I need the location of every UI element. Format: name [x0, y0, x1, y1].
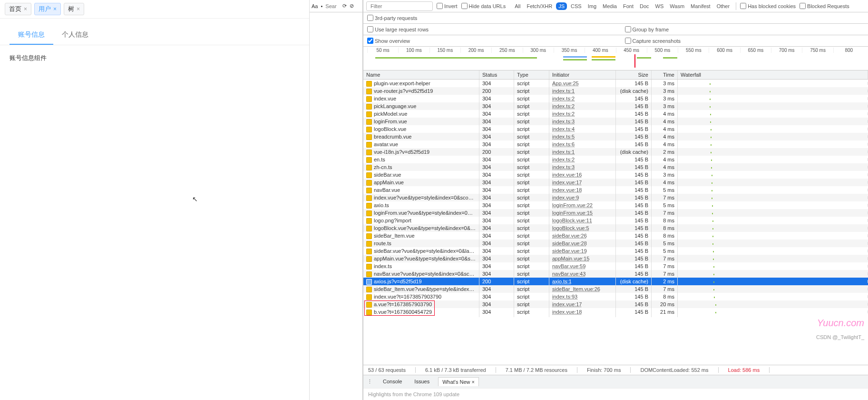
network-toolbar-4: Show overview Capture screenshots	[363, 35, 868, 47]
content-body: 账号信息组件	[0, 45, 309, 71]
col-size[interactable]: Size	[616, 70, 652, 79]
group-frame-checkbox[interactable]: Group by frame	[625, 26, 669, 32]
page-tab[interactable]: 树×	[64, 3, 84, 15]
page-tabs: 首页×用户×树×	[0, 0, 309, 19]
close-icon[interactable]: ×	[53, 6, 57, 12]
status-dom: DOMContentLoaded: 552 ms	[640, 367, 718, 373]
page-tab[interactable]: 首页×	[5, 3, 31, 15]
status-bar: 53 / 63 requests 6.1 kB / 7.3 kB transfe…	[363, 365, 868, 375]
search-input[interactable]	[325, 3, 340, 9]
col-name[interactable]: Name	[363, 70, 479, 79]
timeline-overview[interactable]: 50 ms100 ms150 ms200 ms250 ms300 ms350 m…	[363, 47, 868, 70]
capture-screenshots-checkbox[interactable]: Capture screenshots	[625, 38, 681, 44]
type-filter-ws[interactable]: WS	[653, 2, 666, 10]
close-icon[interactable]: ×	[24, 6, 27, 12]
type-filter-media[interactable]: Media	[600, 2, 619, 10]
invert-checkbox[interactable]: Invert	[437, 3, 458, 9]
col-waterfall[interactable]: Waterfall	[678, 70, 868, 79]
page-tab[interactable]: 用户×	[34, 3, 61, 15]
status-load: Load: 586 ms	[728, 367, 770, 373]
content-tab[interactable]: 个人信息	[53, 26, 97, 45]
close-icon[interactable]: ×	[472, 379, 475, 385]
drawer-menu-icon[interactable]: ⋮	[367, 379, 372, 385]
type-filter-fetch/xhr[interactable]: Fetch/XHR	[524, 2, 555, 10]
blocked-cookies-checkbox[interactable]: Has blocked cookies	[740, 3, 796, 9]
status-transferred: 6.1 kB / 7.3 kB transferred	[425, 367, 496, 373]
app-panel: 首页×用户×树× 账号信息个人信息 账号信息组件 ↖	[0, 0, 310, 400]
drawer-tab[interactable]: Console	[379, 377, 406, 386]
type-filter-img[interactable]: Img	[585, 2, 599, 10]
clear-icon[interactable]: ⊘	[350, 3, 354, 9]
status-requests: 53 / 63 requests	[368, 367, 416, 373]
type-filter-manifest[interactable]: Manifest	[688, 2, 713, 10]
text-size-icon[interactable]: Aa	[312, 3, 318, 9]
refresh-icon[interactable]: ⟳	[342, 3, 347, 9]
network-toolbar-3: Use large request rows Group by frame	[363, 24, 868, 35]
type-filter-js[interactable]: JS	[556, 2, 567, 10]
close-icon[interactable]: ×	[77, 6, 80, 12]
drawer-tab[interactable]: What's New ×	[438, 377, 479, 386]
network-toolbar-2: 3rd-party requests	[363, 12, 868, 24]
table-row[interactable]: b.vue?t=1673600454729304scriptindex.vue:…	[363, 308, 868, 316]
status-resources: 7.1 MB / 7.2 MB resources	[506, 367, 577, 373]
blocked-requests-checkbox[interactable]: Blocked Requests	[800, 3, 849, 9]
drawer-tab[interactable]: Issues	[410, 377, 433, 386]
col-type[interactable]: Type	[514, 70, 549, 79]
file-icon	[366, 310, 372, 315]
timeline-ticks: 50 ms100 ms150 ms200 ms250 ms300 ms350 m…	[367, 48, 864, 53]
type-filter-all[interactable]: All	[512, 2, 523, 10]
filter-box[interactable]	[366, 1, 433, 11]
watermark: Yuucn.com	[817, 318, 864, 329]
hide-data-urls-checkbox[interactable]: Hide data URLs	[461, 3, 506, 9]
content-tabs: 账号信息个人信息	[0, 19, 309, 45]
dot-icon: •	[321, 3, 322, 9]
col-status[interactable]: Status	[479, 70, 514, 79]
watermark-author: CSDN @_TwilightT_	[816, 334, 864, 340]
devtools-network: Invert Hide data URLs AllFetch/XHRJSCSSI…	[363, 0, 868, 400]
resource-type-filter: AllFetch/XHRJSCSSImgMediaFontDocWSWasmMa…	[512, 2, 732, 10]
large-rows-checkbox[interactable]: Use large request rows	[367, 26, 429, 32]
type-filter-css[interactable]: CSS	[568, 2, 584, 10]
show-overview-checkbox[interactable]: Show overview	[367, 38, 410, 44]
col-initiator[interactable]: Initiator	[549, 70, 616, 79]
network-rows: plugin-vue:export-helper304scriptApp.vue…	[363, 80, 868, 365]
drawer-tabs: ⋮ ConsoleIssuesWhat's New ×	[363, 375, 868, 388]
type-filter-other[interactable]: Other	[714, 2, 732, 10]
type-filter-wasm[interactable]: Wasm	[667, 2, 687, 10]
type-filter-doc[interactable]: Doc	[637, 2, 652, 10]
drawer-content: Highlights from the Chrome 109 update	[363, 388, 868, 400]
devtools-left-strip: Aa • ⟳ ⊘	[310, 0, 363, 400]
status-finish: Finish: 700 ms	[587, 367, 631, 373]
third-party-checkbox[interactable]: 3rd-party requests	[367, 15, 417, 21]
content-tab[interactable]: 账号信息	[10, 26, 53, 45]
cursor-icon: ↖	[192, 195, 198, 203]
col-time[interactable]: Time	[652, 70, 678, 79]
network-table-header: Name Status Type Initiator Size Time Wat…	[363, 70, 868, 80]
network-toolbar: Invert Hide data URLs AllFetch/XHRJSCSSI…	[363, 0, 868, 12]
filter-input[interactable]	[369, 2, 430, 10]
type-filter-font[interactable]: Font	[621, 2, 636, 10]
